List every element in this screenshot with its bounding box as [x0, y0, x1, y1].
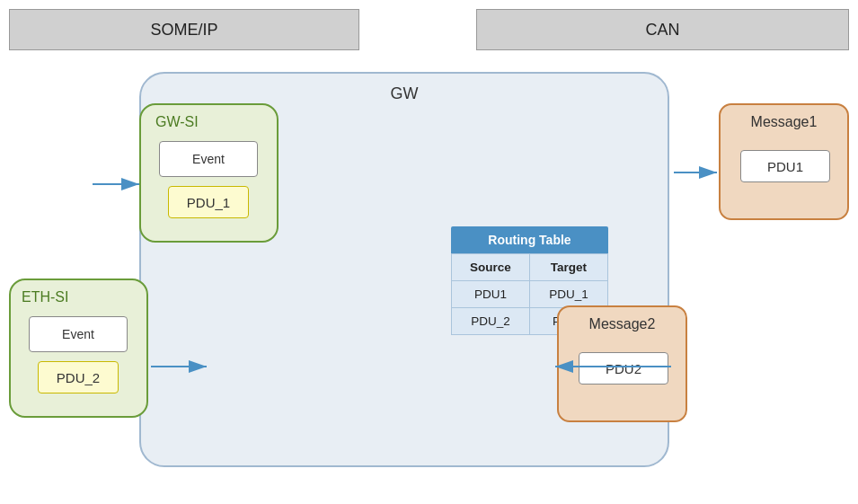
row1-target: PDU_1: [530, 281, 607, 307]
someip-banner-label: SOME/IP: [150, 21, 217, 40]
gw-si-pdu: PDU_1: [168, 186, 249, 218]
row1-source: PDU1: [452, 281, 530, 307]
eth-si-event: Event: [29, 316, 128, 352]
eth-si-label: ETH-SI: [22, 289, 68, 305]
gw-label: GW: [391, 84, 419, 103]
message1-pdu: PDU1: [740, 150, 830, 182]
message1-box: Message1 PDU1: [719, 103, 849, 220]
message1-label: Message1: [751, 114, 818, 130]
row2-source: PDU_2: [452, 308, 530, 334]
routing-table-column-headers: Source Target: [452, 254, 607, 281]
col-source: Source: [452, 254, 530, 280]
someip-banner: SOME/IP: [9, 9, 359, 50]
can-banner-label: CAN: [645, 21, 679, 40]
message2-pdu: PDU2: [579, 352, 668, 385]
gw-si-label: GW-SI: [155, 114, 199, 130]
gw-si-event: Event: [159, 141, 258, 177]
can-banner: CAN: [476, 9, 849, 50]
table-row: PDU1 PDU_1: [452, 281, 607, 308]
gw-si-box: GW-SI Event PDU_1: [139, 103, 279, 243]
eth-si-box: ETH-SI Event PDU_2: [9, 279, 148, 418]
routing-table-header: Routing Table: [451, 226, 608, 253]
message2-label: Message2: [589, 316, 656, 332]
message2-box: Message2 PDU2: [557, 305, 687, 422]
eth-si-pdu: PDU_2: [38, 361, 119, 393]
col-target: Target: [530, 254, 607, 280]
